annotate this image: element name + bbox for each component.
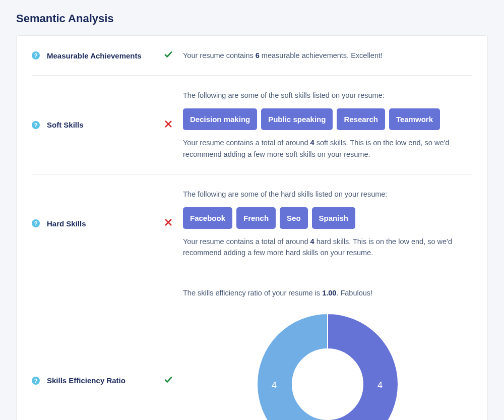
row-label-achievements: Measurable Achievements <box>47 51 164 60</box>
hard-intro: The following are some of the hard skill… <box>183 189 472 200</box>
check-icon <box>164 50 173 61</box>
skill-tag: Decision making <box>183 108 257 130</box>
row-hard-skills: ? Hard Skills The following are some of … <box>32 174 472 273</box>
achievements-text: Your resume contains 6 measurable achiev… <box>183 50 472 61</box>
info-icon[interactable]: ? <box>32 219 40 227</box>
skill-tag: Public speaking <box>261 108 333 130</box>
donut-slice-label: 4 <box>377 379 383 393</box>
skill-tag: Seo <box>280 207 308 229</box>
info-icon[interactable]: ? <box>32 377 40 385</box>
hard-desc: Your resume contains a total of around 4… <box>183 236 472 259</box>
check-icon <box>164 375 173 386</box>
skills-donut-chart: 44 <box>252 309 403 420</box>
row-label-soft: Soft Skills <box>47 121 164 129</box>
page-title: Semantic Analysis <box>16 12 488 25</box>
skill-tag: Facebook <box>183 207 232 229</box>
row-label-hard: Hard Skills <box>47 219 164 228</box>
row-label-ratio: Skills Efficiency Ratio <box>47 376 164 385</box>
info-icon[interactable]: ? <box>32 121 40 129</box>
soft-desc: Your resume contains a total of around 4… <box>183 137 472 160</box>
skill-tag: French <box>236 207 276 229</box>
soft-intro: The following are some of the soft skill… <box>183 90 472 101</box>
hard-tags: FacebookFrenchSeoSpanish <box>183 207 472 229</box>
row-ratio: ? Skills Efficiency Ratio The skills eff… <box>32 273 472 420</box>
row-soft-skills: ? Soft Skills The following are some of … <box>32 76 472 174</box>
ratio-text: The skills efficiency ratio of your resu… <box>183 287 472 298</box>
skill-tag: Spanish <box>312 207 355 229</box>
cross-icon <box>164 218 173 229</box>
soft-tags: Decision makingPublic speakingResearchTe… <box>183 108 472 130</box>
skill-tag: Research <box>337 108 385 130</box>
skill-tag: Teamwork <box>389 108 440 130</box>
row-achievements: ? Measurable Achievements Your resume co… <box>32 36 472 76</box>
analysis-card: ? Measurable Achievements Your resume co… <box>16 35 488 420</box>
cross-icon <box>164 119 173 131</box>
donut-slice-label: 4 <box>272 379 277 393</box>
info-icon[interactable]: ? <box>32 51 40 59</box>
